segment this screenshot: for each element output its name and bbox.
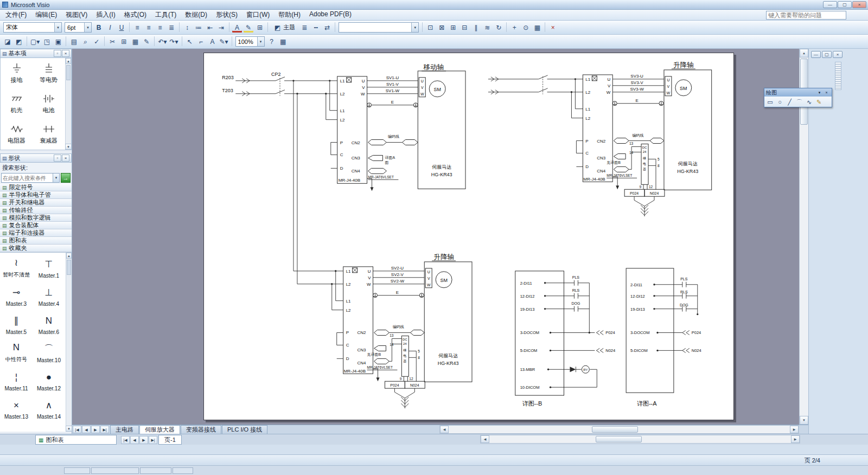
shape-search-combo[interactable]: ▾ bbox=[1, 173, 60, 183]
pointer-tool-icon[interactable]: ↖ bbox=[184, 36, 195, 47]
horizontal-scrollbar[interactable]: ◀ ▶ bbox=[480, 435, 800, 444]
master-10[interactable]: ⌒ Master.10 bbox=[33, 337, 65, 365]
sheet-tab-servo-amplifier[interactable]: 伺服放大器 bbox=[139, 425, 180, 434]
italic-icon[interactable]: I bbox=[105, 22, 116, 33]
send-back-icon[interactable]: ⊠ bbox=[436, 22, 447, 33]
separator[interactable] bbox=[179, 22, 180, 32]
scroll-down-icon[interactable]: ▼ bbox=[65, 144, 72, 150]
scroll-left-icon[interactable]: ◀ bbox=[440, 426, 449, 433]
chevron-down-icon[interactable]: ▾ bbox=[257, 37, 264, 46]
basic-panel-scrollbar[interactable]: ▲ ▼ bbox=[65, 58, 71, 150]
justify-icon[interactable]: ≣ bbox=[166, 22, 177, 33]
separator[interactable] bbox=[154, 36, 155, 46]
tab-nav-button[interactable]: ▶| bbox=[100, 426, 109, 433]
basic-items-title-bar[interactable]: ▤ 基本项 ▫ × bbox=[0, 49, 72, 58]
font-color-icon[interactable]: A bbox=[232, 22, 242, 33]
separator[interactable] bbox=[267, 22, 268, 32]
connector-tool-icon[interactable]: ⌐ bbox=[196, 36, 207, 47]
redo-icon[interactable]: ↷▾ bbox=[168, 36, 179, 47]
wiring-diagram[interactable]: 移动轴 R203 T203 CP2 L1 L2 L1 L2 P C bbox=[204, 53, 733, 420]
spelling-icon[interactable]: ✓ bbox=[91, 36, 102, 47]
master-11[interactable]: ¦ Master.11 bbox=[0, 365, 33, 394]
chevron-down-icon[interactable]: ▾ bbox=[411, 23, 418, 32]
chevron-down-icon[interactable]: ▾ bbox=[816, 89, 823, 96]
bold-icon[interactable]: B bbox=[93, 22, 104, 33]
align-center-icon[interactable]: ≡ bbox=[143, 22, 154, 33]
open-icon[interactable]: ◳ bbox=[41, 36, 52, 47]
menu-adobe-pdf[interactable]: Adobe PDF(B) bbox=[305, 9, 356, 21]
new-drawing-icon[interactable]: ▢▾ bbox=[29, 36, 41, 47]
tab-nav-button[interactable]: ▶ bbox=[139, 436, 148, 444]
separator[interactable] bbox=[232, 36, 232, 46]
glue-icon[interactable]: ⊙ bbox=[520, 22, 531, 33]
distribute-icon[interactable]: ≋ bbox=[482, 22, 493, 33]
borders-icon[interactable]: ⊞ bbox=[254, 22, 265, 33]
align-left-icon[interactable]: ≡ bbox=[132, 22, 143, 33]
detail-a[interactable]: 2-DI11 12-DI12 19-DI13 3-DOCOM 5-DICOM P… bbox=[626, 268, 701, 407]
master-unclear[interactable]: ≀ 暂时不清楚 bbox=[0, 253, 33, 281]
bring-front-icon[interactable]: ⊡ bbox=[425, 22, 436, 33]
bullets-icon[interactable]: ≔ bbox=[193, 22, 204, 33]
separator[interactable] bbox=[545, 22, 545, 32]
scrollbar-thumb[interactable] bbox=[596, 436, 642, 442]
separator[interactable] bbox=[104, 36, 105, 46]
shape-ground[interactable]: 接地 bbox=[1, 58, 33, 88]
shapes-panel-title-bar[interactable]: ▤ 形状 ▫ × bbox=[0, 153, 72, 163]
separator[interactable] bbox=[506, 22, 507, 32]
align-shapes-icon[interactable]: ∥ bbox=[470, 22, 481, 33]
arc-tool-icon[interactable]: ⌒ bbox=[795, 98, 804, 106]
circuit-lift-axis-1[interactable]: 升降轴 L1 L2 L1 L2 P C D CN2 CN3 bbox=[488, 61, 712, 216]
menu-shape[interactable]: 形状(S) bbox=[212, 9, 242, 21]
rotate-icon[interactable]: ↻ bbox=[493, 22, 504, 33]
float-panel-icon[interactable]: ▫ bbox=[54, 50, 61, 57]
horizontal-scrollbar[interactable]: ◀ ▶ bbox=[439, 425, 799, 434]
separator[interactable] bbox=[129, 22, 130, 32]
zoom-combo[interactable]: 100% ▾ bbox=[235, 36, 265, 47]
format-painter-icon[interactable]: ✎ bbox=[141, 36, 152, 47]
scroll-right-icon[interactable]: ▶ bbox=[791, 435, 800, 443]
paste-icon[interactable]: ▦ bbox=[130, 36, 141, 47]
line-spacing-icon[interactable]: ↕ bbox=[182, 22, 193, 33]
tab-nav-button[interactable]: |◀ bbox=[121, 436, 130, 444]
scroll-up-icon[interactable]: ▲ bbox=[66, 253, 72, 259]
separator[interactable] bbox=[182, 36, 182, 46]
font-size-combo[interactable]: 6pt ▾ bbox=[65, 22, 92, 33]
category-transmission-paths[interactable]: ▤ 传输路径 bbox=[0, 207, 72, 214]
shape-attenuator[interactable]: 衰减器 bbox=[33, 119, 65, 149]
cut-icon[interactable]: ✂ bbox=[107, 36, 118, 47]
master-12[interactable]: ● Master.12 bbox=[33, 365, 65, 394]
sheet-tab-inverter-wiring[interactable]: 变频器接线 bbox=[181, 425, 221, 434]
stamp-tool-icon[interactable]: ✎▾ bbox=[219, 36, 229, 47]
shape-search-input[interactable] bbox=[2, 175, 53, 181]
master-1[interactable]: ⊤ Master.1 bbox=[33, 253, 65, 281]
master-13[interactable]: × Master.13 bbox=[0, 394, 33, 422]
adobe-pdf-icon[interactable]: ◪ bbox=[2, 36, 13, 47]
category-terminals-connectors[interactable]: ▤ 端子和连接器 bbox=[0, 229, 72, 237]
group-icon[interactable]: ⊞ bbox=[448, 22, 458, 33]
category-charts-tables[interactable]: ▤ 图和表 bbox=[0, 237, 72, 245]
category-semiconductors-tubes[interactable]: ▤ 半导体和电子管 bbox=[0, 191, 72, 199]
master-3[interactable]: ⊸ Master.3 bbox=[0, 281, 33, 309]
close-icon[interactable]: × bbox=[852, 1, 866, 8]
close-icon[interactable]: × bbox=[833, 51, 843, 58]
menu-tools[interactable]: 工具(T) bbox=[151, 9, 181, 21]
menu-format[interactable]: 格式(O) bbox=[120, 9, 151, 21]
font-name-combo[interactable]: 宋体 ▾ bbox=[3, 22, 62, 33]
underline-icon[interactable]: U bbox=[116, 22, 127, 33]
stencil-window-tab[interactable]: ▦ 图和表 bbox=[35, 435, 117, 445]
drawing-toolbar[interactable]: 绘图 ▾ × ▭○╱⌒∿✎ bbox=[764, 88, 832, 107]
search-go-button[interactable]: → bbox=[61, 173, 71, 183]
maximize-icon[interactable]: ▢ bbox=[838, 1, 852, 8]
snap-icon[interactable]: + bbox=[509, 22, 520, 33]
separator[interactable] bbox=[27, 36, 27, 46]
help-search-input[interactable] bbox=[766, 11, 846, 20]
master-14[interactable]: ∧ Master.14 bbox=[33, 394, 65, 422]
restore-icon[interactable]: ▢ bbox=[822, 51, 832, 58]
circuit-lift-axis-2[interactable]: 升降轴 L1 L2 L1 L2 P C D CN2 CN3 CN4 U V bbox=[331, 253, 472, 408]
tab-nav-button[interactable]: ▶| bbox=[149, 436, 157, 444]
category-favorites[interactable]: ▤ 收藏夹 bbox=[0, 245, 72, 252]
shape-resistor[interactable]: 电阻器 bbox=[1, 119, 33, 149]
circuit-moving-axis[interactable]: 移动轴 R203 T203 CP2 L1 L2 L1 L2 P C bbox=[222, 63, 465, 284]
separator[interactable] bbox=[229, 22, 229, 32]
sheet-tab-main-circuit[interactable]: 主电路 bbox=[110, 425, 139, 434]
